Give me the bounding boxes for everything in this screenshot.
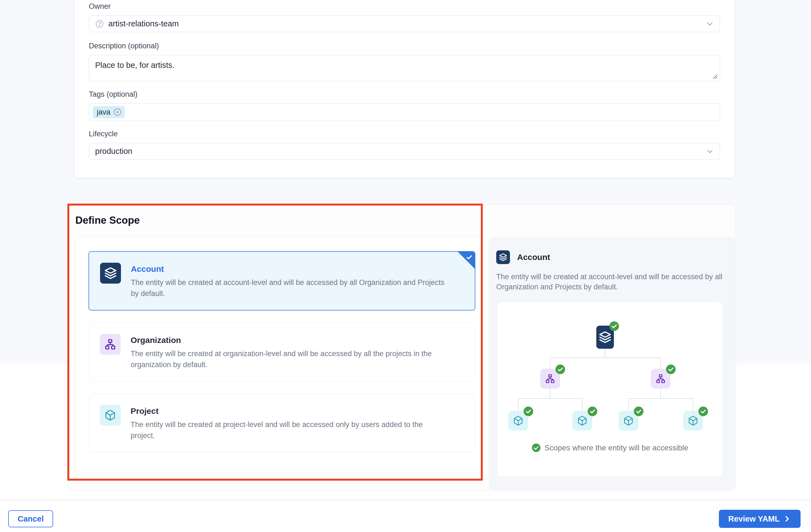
check-badge <box>634 407 644 416</box>
tags-label: Tags (optional) <box>89 90 720 99</box>
entity-create-page: Owner artist-relations-team Description … <box>0 0 811 532</box>
review-yaml-button[interactable]: Review YAML <box>719 510 800 528</box>
project-icon <box>100 405 121 426</box>
tags-input[interactable]: java <box>89 103 720 121</box>
description-value: Place to be, for artists. <box>95 60 174 70</box>
check-badge <box>588 407 597 416</box>
scope-hierarchy-diagram: Scopes where the entity will be accessib… <box>497 302 723 477</box>
chevron-right-icon <box>783 515 791 523</box>
description-textarea[interactable]: Place to be, for artists. <box>89 55 720 81</box>
description-label: Description (optional) <box>89 42 720 50</box>
chevron-down-icon <box>705 19 714 28</box>
lifecycle-value: production <box>95 147 132 156</box>
footer-bar: Cancel Review YAML <box>0 500 811 532</box>
preview-title: Account <box>517 252 550 262</box>
check-icon <box>466 254 473 261</box>
tag-chip-label: java <box>97 108 110 116</box>
option-description: The entity will be created at account-le… <box>131 277 445 299</box>
check-badge <box>524 407 533 416</box>
check-badge <box>699 407 708 416</box>
option-title: Organization <box>131 335 432 345</box>
lifecycle-select[interactable]: production <box>89 143 720 160</box>
option-title: Project <box>131 406 423 416</box>
lifecycle-label: Lifecycle <box>89 129 720 138</box>
account-icon <box>100 263 121 284</box>
hierarchy-tree <box>497 302 722 439</box>
scope-preview-panel: Account The entity will be created at ac… <box>489 237 735 490</box>
option-description: The entity will be created at project-le… <box>131 419 423 441</box>
define-scope-section: Define Scope Account The entity will be … <box>68 204 736 490</box>
diagram-caption: Scopes where the entity will be accessib… <box>497 443 722 452</box>
scope-option-project[interactable]: Project The entity will be created at pr… <box>89 393 475 452</box>
account-icon <box>496 250 510 264</box>
owner-label: Owner <box>89 2 720 11</box>
owner-select[interactable]: artist-relations-team <box>89 15 720 32</box>
organization-icon <box>100 334 121 355</box>
owner-value: artist-relations-team <box>108 19 179 28</box>
check-icon <box>532 443 541 452</box>
preview-description: The entity will be created at account-le… <box>496 272 728 292</box>
resize-handle-icon[interactable] <box>711 72 718 79</box>
check-badge <box>556 365 565 374</box>
scope-option-account[interactable]: Account The entity will be created at ac… <box>89 251 475 311</box>
check-badge <box>666 365 676 374</box>
scope-options-panel: Account The entity will be created at ac… <box>75 237 489 479</box>
review-yaml-label: Review YAML <box>728 514 780 523</box>
entity-details-card: Owner artist-relations-team Description … <box>74 0 735 178</box>
chevron-down-icon <box>705 147 714 156</box>
cancel-button[interactable]: Cancel <box>8 510 53 527</box>
remove-tag-icon[interactable] <box>113 108 122 116</box>
define-scope-heading: Define Scope <box>75 215 140 226</box>
option-description: The entity will be created at organizati… <box>131 348 432 370</box>
help-icon <box>95 19 104 28</box>
check-badge <box>610 322 619 331</box>
option-title: Account <box>131 264 445 274</box>
diagram-caption-text: Scopes where the entity will be accessib… <box>545 443 688 452</box>
scope-option-organization[interactable]: Organization The entity will be created … <box>89 323 475 381</box>
tag-chip: java <box>93 106 125 118</box>
